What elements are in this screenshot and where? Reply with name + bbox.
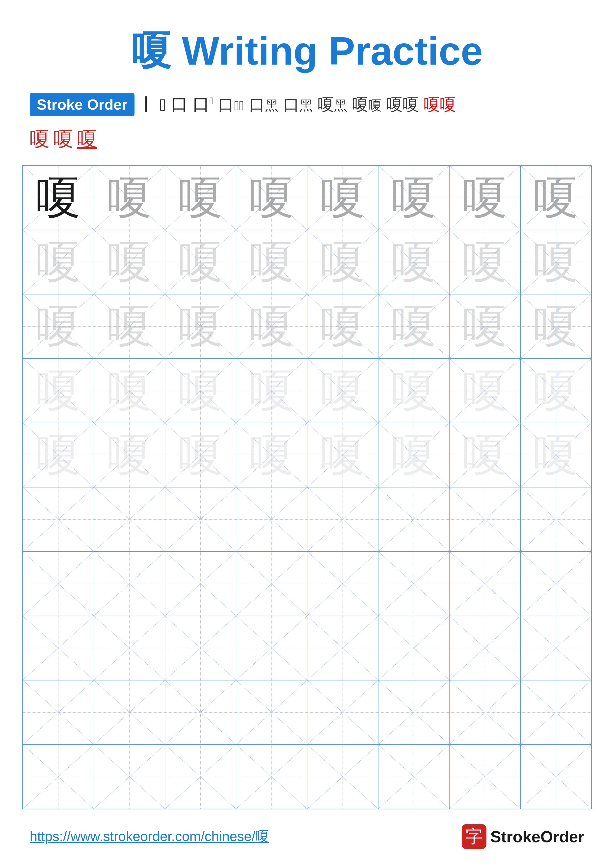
grid-cell-r9c6[interactable] xyxy=(378,680,449,744)
grid-cell-r6c3[interactable] xyxy=(165,487,236,552)
title-writing-practice: Writing Practice xyxy=(171,29,483,73)
grid-cell-r4c4[interactable]: 嗄 xyxy=(236,358,307,423)
grid-cell-r9c5[interactable] xyxy=(307,680,378,744)
footer-url[interactable]: https://www.strokeorder.com/chinese/嗄 xyxy=(30,828,269,846)
grid-cell-r4c1[interactable]: 嗄 xyxy=(23,358,94,423)
grid-cell-r8c1[interactable] xyxy=(23,616,94,680)
practice-char: 嗄 xyxy=(462,304,507,349)
grid-cell-r1c5[interactable]: 嗄 xyxy=(307,166,378,230)
grid-cell-r1c3[interactable]: 嗄 xyxy=(165,166,236,230)
stroke-step-5: 口𠃌𠃌 xyxy=(218,94,244,116)
grid-cell-r9c8[interactable] xyxy=(521,680,591,744)
grid-cell-r8c7[interactable] xyxy=(449,616,521,680)
grid-cell-r1c6[interactable]: 嗄 xyxy=(378,166,449,230)
grid-cell-r3c4[interactable]: 嗄 xyxy=(236,294,307,358)
grid-cell-r7c4[interactable] xyxy=(236,552,307,616)
grid-cell-r2c2[interactable]: 嗄 xyxy=(94,230,165,294)
grid-cell-r3c2[interactable]: 嗄 xyxy=(94,294,165,358)
grid-cell-r6c1[interactable] xyxy=(23,487,94,552)
grid-cell-r7c7[interactable] xyxy=(449,552,521,616)
grid-cell-r5c6[interactable]: 嗄 xyxy=(378,423,449,487)
grid-cell-r6c4[interactable] xyxy=(236,487,307,552)
grid-cell-r2c7[interactable]: 嗄 xyxy=(449,230,521,294)
grid-cell-r4c5[interactable]: 嗄 xyxy=(307,358,378,423)
grid-cell-r2c4[interactable]: 嗄 xyxy=(236,230,307,294)
grid-cell-r9c3[interactable] xyxy=(165,680,236,744)
grid-cell-r9c7[interactable] xyxy=(449,680,521,744)
grid-cell-r5c5[interactable]: 嗄 xyxy=(307,423,378,487)
stroke-order-section: Stroke Order 丨 𠃌 口 口𠃌 口𠃌𠃌 口黑 口黑 嗄黑 嗄嗄 嗄嗄… xyxy=(20,93,594,116)
grid-cell-r9c1[interactable] xyxy=(23,680,94,744)
grid-cell-r7c2[interactable] xyxy=(94,552,165,616)
grid-cell-r2c1[interactable]: 嗄 xyxy=(23,230,94,294)
grid-cell-r8c4[interactable] xyxy=(236,616,307,680)
grid-cell-r3c8[interactable]: 嗄 xyxy=(521,294,591,358)
grid-cell-r7c3[interactable] xyxy=(165,552,236,616)
grid-cell-r9c4[interactable] xyxy=(236,680,307,744)
practice-char: 嗄 xyxy=(36,433,81,477)
grid-cell-r5c8[interactable]: 嗄 xyxy=(521,423,591,487)
grid-cell-r3c5[interactable]: 嗄 xyxy=(307,294,378,358)
grid-cell-r10c5[interactable] xyxy=(307,744,378,809)
grid-cell-r8c8[interactable] xyxy=(521,616,591,680)
grid-cell-r4c7[interactable]: 嗄 xyxy=(449,358,521,423)
grid-cell-r8c5[interactable] xyxy=(307,616,378,680)
practice-char: 嗄 xyxy=(320,240,365,284)
grid-cell-r10c7[interactable] xyxy=(449,744,521,809)
grid-cell-r1c7[interactable]: 嗄 xyxy=(449,166,521,230)
grid-cell-r10c8[interactable] xyxy=(521,744,591,809)
practice-char: 嗄 xyxy=(320,433,365,477)
grid-cell-r4c3[interactable]: 嗄 xyxy=(165,358,236,423)
grid-cell-r3c1[interactable]: 嗄 xyxy=(23,294,94,358)
practice-char: 嗄 xyxy=(462,433,507,477)
grid-cell-r8c2[interactable] xyxy=(94,616,165,680)
grid-cell-r5c1[interactable]: 嗄 xyxy=(23,423,94,487)
grid-cell-r4c8[interactable]: 嗄 xyxy=(521,358,591,423)
grid-cell-r6c2[interactable] xyxy=(94,487,165,552)
footer-logo: 字 StrokeOrder xyxy=(462,824,584,849)
practice-char: 嗄 xyxy=(36,175,81,220)
grid-cell-r7c6[interactable] xyxy=(378,552,449,616)
grid-cell-r8c3[interactable] xyxy=(165,616,236,680)
grid-cell-r7c8[interactable] xyxy=(521,552,591,616)
grid-cell-r10c4[interactable] xyxy=(236,744,307,809)
grid-cell-r6c5[interactable] xyxy=(307,487,378,552)
grid-cell-r7c5[interactable] xyxy=(307,552,378,616)
stroke-step-3: 口 xyxy=(171,93,188,116)
page-title: 嗄 Writing Practice xyxy=(20,25,594,78)
practice-char: 嗄 xyxy=(391,175,436,220)
grid-cell-r10c2[interactable] xyxy=(94,744,165,809)
grid-cell-r6c6[interactable] xyxy=(378,487,449,552)
grid-cell-r3c3[interactable]: 嗄 xyxy=(165,294,236,358)
grid-cell-r10c1[interactable] xyxy=(23,744,94,809)
practice-char: 嗄 xyxy=(533,433,578,477)
grid-cell-r4c6[interactable]: 嗄 xyxy=(378,358,449,423)
grid-cell-r6c7[interactable] xyxy=(449,487,521,552)
grid-cell-r2c8[interactable]: 嗄 xyxy=(521,230,591,294)
grid-cell-r1c8[interactable]: 嗄 xyxy=(521,166,591,230)
grid-cell-r10c3[interactable] xyxy=(165,744,236,809)
grid-cell-r2c6[interactable]: 嗄 xyxy=(378,230,449,294)
grid-cell-r5c7[interactable]: 嗄 xyxy=(449,423,521,487)
grid-cell-r1c1[interactable]: 嗄 xyxy=(23,166,94,230)
grid-cell-r5c4[interactable]: 嗄 xyxy=(236,423,307,487)
practice-char: 嗄 xyxy=(249,369,294,413)
grid-cell-r1c4[interactable]: 嗄 xyxy=(236,166,307,230)
practice-char: 嗄 xyxy=(107,433,152,477)
stroke-step-4: 口𠃌 xyxy=(193,93,213,116)
practice-char: 嗄 xyxy=(391,369,436,413)
practice-char: 嗄 xyxy=(533,240,578,284)
grid-cell-r5c2[interactable]: 嗄 xyxy=(94,423,165,487)
grid-cell-r1c2[interactable]: 嗄 xyxy=(94,166,165,230)
grid-cell-r3c6[interactable]: 嗄 xyxy=(378,294,449,358)
grid-cell-r7c1[interactable] xyxy=(23,552,94,616)
grid-cell-r9c2[interactable] xyxy=(94,680,165,744)
grid-cell-r2c5[interactable]: 嗄 xyxy=(307,230,378,294)
grid-cell-r5c3[interactable]: 嗄 xyxy=(165,423,236,487)
grid-cell-r4c2[interactable]: 嗄 xyxy=(94,358,165,423)
grid-cell-r3c7[interactable]: 嗄 xyxy=(449,294,521,358)
grid-cell-r8c6[interactable] xyxy=(378,616,449,680)
grid-cell-r10c6[interactable] xyxy=(378,744,449,809)
grid-cell-r6c8[interactable] xyxy=(521,487,591,552)
grid-cell-r2c3[interactable]: 嗄 xyxy=(165,230,236,294)
